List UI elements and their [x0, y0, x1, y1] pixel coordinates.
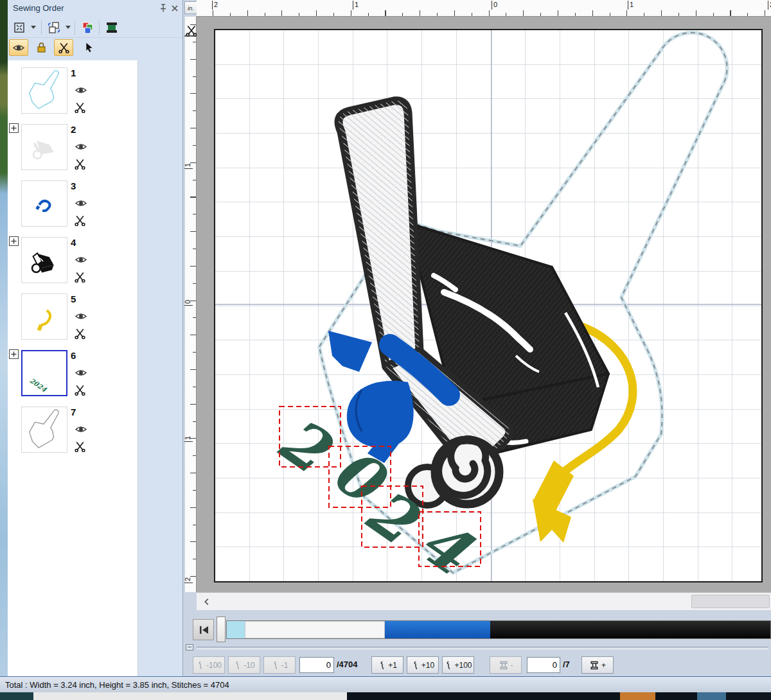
- design-viewport[interactable]: 2 0 2 4: [197, 17, 771, 592]
- splitter-line: [197, 647, 768, 649]
- item-7-thumbnail[interactable]: [21, 407, 67, 453]
- scissors-icon[interactable]: [75, 272, 85, 283]
- needle-icon: [233, 660, 242, 670]
- scroll-left-button[interactable]: [199, 595, 215, 608]
- hoop-frame-button[interactable]: [103, 19, 121, 36]
- stitch-forward-100-button[interactable]: +100: [442, 656, 474, 674]
- desktop-strip: [620, 692, 655, 700]
- keyfob-outline-gray-thumb: [22, 407, 67, 452]
- toolbar-separator: [41, 21, 42, 35]
- ruler-unit-button[interactable]: in.: [184, 1, 197, 14]
- scissors-icon[interactable]: [75, 441, 85, 452]
- stitch-forward-1-button[interactable]: +1: [371, 656, 403, 674]
- select-cursor-button[interactable]: [80, 39, 98, 56]
- scissors-icon[interactable]: [75, 385, 85, 396]
- item-number: 4: [71, 237, 76, 248]
- item-number: 3: [71, 180, 76, 191]
- expand-plus-icon[interactable]: [9, 123, 19, 133]
- item-1-thumbnail[interactable]: [21, 67, 67, 114]
- panel-toolbar-bottom: [8, 38, 182, 59]
- expand-plus-icon[interactable]: [9, 349, 19, 359]
- eye-icon[interactable]: [75, 198, 87, 208]
- desktop-strip: [726, 692, 771, 700]
- button-label: +1: [388, 661, 397, 670]
- eye-icon[interactable]: [75, 424, 87, 434]
- colorbar-segment-black: [490, 621, 770, 638]
- expand-plus-icon[interactable]: [9, 236, 19, 246]
- fit-selection-dropdown[interactable]: [31, 26, 36, 29]
- stitch-back-1-button[interactable]: -1: [263, 656, 296, 674]
- eye-icon[interactable]: [75, 85, 87, 95]
- sewing-order-item-7[interactable]: 7: [8, 407, 138, 463]
- horizontal-ruler: 2 1 0 1 2: [197, 0, 771, 17]
- color-total-label: /7: [563, 660, 570, 669]
- current-color-input[interactable]: [527, 657, 560, 673]
- horizontal-scrollbar[interactable]: [197, 592, 771, 610]
- needle-icon: [271, 660, 279, 670]
- trim-button[interactable]: [54, 39, 73, 56]
- eye-icon[interactable]: [75, 368, 87, 378]
- sewing-order-item-3[interactable]: 3: [8, 180, 138, 237]
- colorbar-segment-blue: [385, 621, 490, 638]
- sewing-order-item-6[interactable]: 2024 6: [8, 350, 138, 407]
- black-cap-thumb: [22, 238, 67, 283]
- current-stitch-input[interactable]: [299, 657, 334, 673]
- app-window: Sewing Order: [0, 0, 771, 700]
- stitch-back-10-button[interactable]: -10: [228, 656, 260, 674]
- toolbar-separator: [75, 21, 75, 35]
- stitch-total-label: /4704: [337, 660, 358, 669]
- item-2-thumbnail[interactable]: [21, 124, 67, 170]
- eye-icon[interactable]: [75, 142, 87, 152]
- color-blocks-button[interactable]: [78, 19, 96, 36]
- pin-icon[interactable]: [158, 3, 168, 13]
- button-label: +100: [454, 661, 472, 670]
- button-label: -10: [244, 661, 254, 670]
- rewind-to-start-button[interactable]: [193, 619, 214, 640]
- item-number: 5: [71, 293, 76, 304]
- item-number: 2: [71, 124, 76, 135]
- desktop-strip: [655, 692, 697, 700]
- eye-icon[interactable]: [75, 255, 87, 265]
- stitch-back-100-button[interactable]: -100: [193, 656, 225, 674]
- change-order-button[interactable]: [45, 19, 63, 36]
- scissors-icon[interactable]: [75, 159, 85, 170]
- sewing-order-item-5[interactable]: 5: [8, 293, 138, 350]
- item-number: 6: [71, 350, 76, 361]
- close-icon[interactable]: [170, 3, 180, 13]
- item-4-thumbnail[interactable]: [21, 237, 67, 283]
- sewing-order-item-1[interactable]: 1: [8, 67, 138, 124]
- item-number: 1: [71, 67, 76, 78]
- scissors-icon[interactable]: [75, 102, 85, 113]
- desktop-strip: [347, 692, 620, 700]
- toggle-visibility-button[interactable]: [9, 39, 28, 56]
- color-forward-button[interactable]: +: [581, 656, 614, 674]
- item-6-thumbnail-selected[interactable]: 2024: [21, 350, 67, 396]
- scissors-icon[interactable]: [75, 215, 85, 226]
- stitch-slider-handle[interactable]: [217, 617, 226, 642]
- h-ruler-label: 2: [212, 1, 218, 10]
- lock-icon: [35, 41, 48, 54]
- status-text: Total : Width = 3.24 inch, Height = 3.85…: [5, 680, 229, 690]
- sewing-order-item-4[interactable]: 4: [8, 237, 138, 293]
- fit-selection-button[interactable]: [10, 19, 28, 36]
- sewing-order-panel: Sewing Order: [8, 0, 183, 676]
- color-back-button[interactable]: -: [490, 656, 522, 674]
- item-5-thumbnail[interactable]: [21, 293, 67, 340]
- button-label: +10: [421, 661, 434, 670]
- colorbar-segment-white: [245, 621, 385, 638]
- item-3-thumbnail[interactable]: [21, 180, 67, 227]
- stitch-color-progress-bar[interactable]: [226, 620, 771, 639]
- hoop-canvas[interactable]: 2 0 2 4: [214, 29, 763, 582]
- eye-icon[interactable]: [75, 311, 87, 321]
- sewing-order-item-2[interactable]: 2: [8, 124, 138, 180]
- scissors-icon[interactable]: [75, 328, 85, 339]
- thumb-year-text: 2024: [28, 376, 48, 394]
- splitter-collapse-handle[interactable]: [186, 644, 193, 651]
- fit-selection-icon: [12, 21, 26, 35]
- change-order-dropdown[interactable]: [66, 26, 71, 29]
- keyfob-outline-cyan-thumb: [22, 68, 67, 113]
- lock-button[interactable]: [32, 39, 50, 56]
- scrollbar-thumb[interactable]: [691, 595, 770, 608]
- needle-icon: [196, 660, 204, 670]
- stitch-forward-10-button[interactable]: +10: [407, 656, 439, 674]
